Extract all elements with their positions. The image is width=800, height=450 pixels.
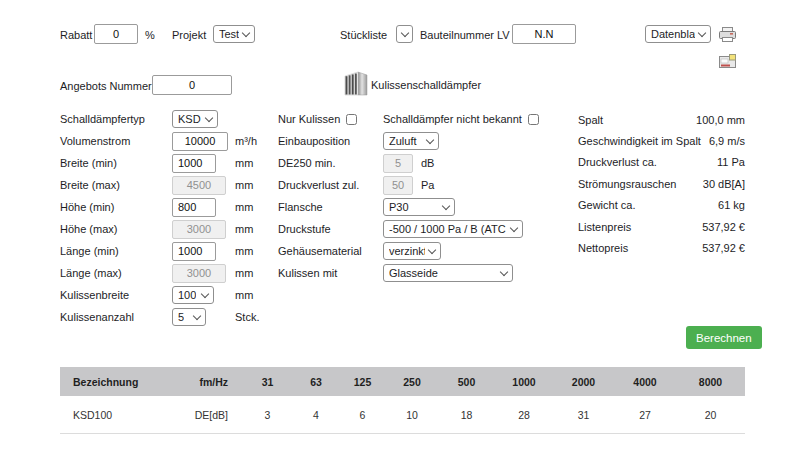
datenblatt-select[interactable]: Datenblatt [645,25,711,43]
schalldaempfertyp-select[interactable]: KSD [172,110,218,128]
form-row-kulissenbreite: Kulissenbreite 100 mm [60,284,276,306]
table-header-cell: fm/Hz [160,367,242,396]
chevron-down-icon [205,113,213,121]
input-column-left: Schalldämpfertyp KSD Volumenstrom m³/h B… [60,108,276,328]
attenuation-table: Bezeichnung fm/Hz 31 63 125 250 500 1000… [60,367,745,434]
input-column-middle: Nur Kulissen Schalldämpfer nicht bekannt… [278,108,538,284]
email-icon [719,54,736,68]
result-row-stroemungsrauschen: Strömungsrauschen 30 dB[A] [578,173,745,194]
projekt-label: Projekt [172,29,206,41]
result-value: 537,92 € [702,242,745,254]
chevron-down-icon [442,201,450,209]
result-row-spalt: Spalt 100,0 mm [578,109,745,130]
projekt-select[interactable]: Test [213,25,255,43]
rabatt-input[interactable] [94,24,138,44]
table-header-cell: 500 [438,367,495,396]
volumenstrom-input[interactable] [172,132,228,151]
table-cell: DE[dB] [160,396,242,434]
berechnen-button[interactable]: Berechnen [686,326,762,349]
form-row-hoehe-min: Höhe (min) mm [60,196,276,218]
nur-kulissen-checkbox[interactable] [346,114,357,125]
result-row-geschwindigkeit: Geschwindigkeit im Spalt 6,9 m/s [578,130,745,151]
result-row-gewicht: Gewicht ca. 61 kg [578,195,745,216]
chevron-down-icon [510,223,518,231]
form-row-checkboxes: Nur Kulissen Schalldämpfer nicht bekannt [278,108,538,130]
result-value: 61 kg [718,199,745,211]
result-value: 537,92 € [702,221,745,233]
form-row-druckstufe: Druckstufe -500 / 1000 Pa / B (ATC 4) [278,218,538,240]
form-row-druckverlust-zul: Druckverlust zul. Pa [278,174,538,196]
stueckliste-select[interactable] [396,25,413,43]
form-row-einbauposition: Einbauposition Zuluft [278,130,538,152]
kulissenbreite-select[interactable]: 100 [172,286,214,304]
table-header-cell: 2000 [553,367,614,396]
laenge-min-input[interactable] [172,242,216,261]
table-header-cell: 1000 [495,367,553,396]
product-title: Kulissenschalldämpfer [371,79,481,91]
table-header-cell: 8000 [676,367,745,396]
form-row-volumenstrom: Volumenstrom m³/h [60,130,276,152]
table-row: KSD100 DE[dB] 3 4 6 10 18 28 31 27 20 [60,396,745,434]
table-cell: 18 [438,396,495,434]
email-button[interactable] [719,54,736,70]
hoehe-max-input [172,220,226,239]
table-header-cell: 63 [293,367,339,396]
angebotsnummer-input[interactable] [152,75,232,95]
table-header-cell: 4000 [614,367,676,396]
table-header-cell: 125 [339,367,386,396]
form-row-de250: DE250 min. dB [278,152,538,174]
nur-kulissen-group: Nur Kulissen [278,113,383,125]
table-cell: 27 [614,396,676,434]
print-button[interactable] [719,27,736,44]
schalldaempfer-nicht-bekannt-label: Schalldämpfer nicht bekannt [383,113,522,125]
stueckliste-label: Stückliste [340,29,387,41]
chevron-down-icon [193,311,201,319]
nicht-bekannt-group: Schalldämpfer nicht bekannt [383,113,539,125]
druckverlust-zul-input [383,176,413,195]
form-row-kulissen-mit: Kulissen mit Glasseide [278,262,538,284]
de250-input [383,154,413,173]
bauteilnummer-input[interactable] [512,24,576,44]
result-value: 100,0 mm [696,114,745,126]
rabatt-label: Rabatt [60,29,92,41]
kulissenanzahl-select[interactable]: 5 [172,308,206,326]
silencer-configurator: Rabatt % Projekt Test Stückliste Bauteil… [0,0,800,450]
chevron-down-icon [400,28,408,36]
table-header-cell: 250 [386,367,438,396]
table-cell: 31 [553,396,614,434]
laenge-max-input [172,264,226,283]
chevron-down-icon [426,135,434,143]
breite-min-input[interactable] [172,154,216,173]
table-header-cell: 31 [242,367,293,396]
nur-kulissen-label: Nur Kulissen [278,113,340,125]
breite-max-input [172,176,226,195]
form-row-breite-min: Breite (min) mm [60,152,276,174]
form-row-schalldaempfertyp: Schalldämpfertyp KSD [60,108,276,130]
kulissen-mit-select[interactable]: Glasseide [383,264,513,282]
form-row-breite-max: Breite (max) mm [60,174,276,196]
result-value: 30 dB[A] [703,178,745,190]
table-cell: 28 [495,396,553,434]
result-value: 11 Pa [717,156,745,168]
chevron-down-icon [242,28,250,36]
schalldaempfer-nicht-bekannt-checkbox[interactable] [528,114,539,125]
table-cell: KSD100 [60,396,160,434]
table-cell: 20 [676,396,745,434]
rabatt-unit: % [145,29,155,41]
hoehe-min-input[interactable] [172,198,216,217]
result-row-druckverlust: Druckverlust ca. 11 Pa [578,152,745,173]
chevron-down-icon [698,28,706,36]
results-column: Spalt 100,0 mm Geschwindigkeit im Spalt … [578,109,745,259]
result-row-listenpreis: Listenpreis 537,92 € [578,216,745,237]
form-row-laenge-max: Länge (max) mm [60,262,276,284]
table-cell: 6 [339,396,386,434]
table-cell: 10 [386,396,438,434]
gehaeusematerial-select[interactable]: verzinkt [383,242,441,260]
table-cell: 4 [293,396,339,434]
druckstufe-select[interactable]: -500 / 1000 Pa / B (ATC 4) [383,220,523,238]
form-row-kulissenanzahl: Kulissenanzahl 5 Stck. [60,306,276,328]
table-header-cell: Bezeichnung [60,367,160,396]
chevron-down-icon [428,245,436,253]
einbauposition-select[interactable]: Zuluft [383,132,439,150]
flansche-select[interactable]: P30 [383,198,455,216]
